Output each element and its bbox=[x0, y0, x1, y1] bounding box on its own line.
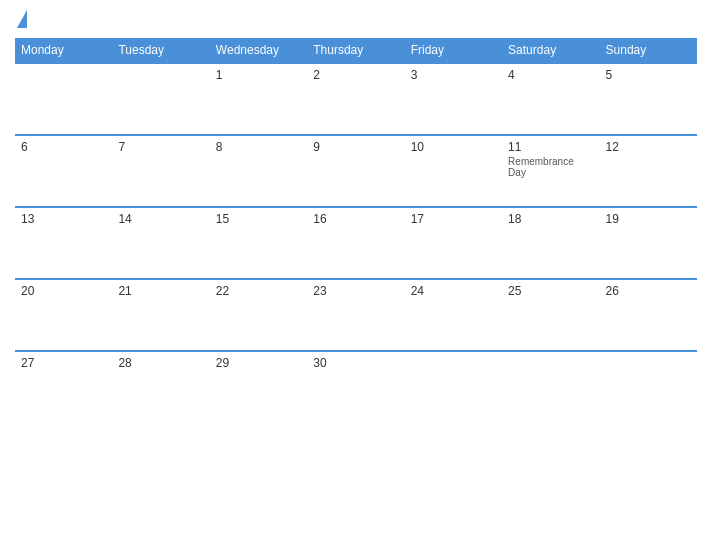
calendar-cell: 22 bbox=[210, 279, 307, 351]
calendar-cell: 16 bbox=[307, 207, 404, 279]
calendar-cell: 15 bbox=[210, 207, 307, 279]
weekday-thursday: Thursday bbox=[307, 38, 404, 63]
day-number: 3 bbox=[411, 68, 496, 82]
day-number: 8 bbox=[216, 140, 301, 154]
calendar-week-row: 13141516171819 bbox=[15, 207, 697, 279]
day-number: 27 bbox=[21, 356, 106, 370]
day-number: 20 bbox=[21, 284, 106, 298]
calendar-cell: 1 bbox=[210, 63, 307, 135]
day-number: 1 bbox=[216, 68, 301, 82]
calendar-cell: 3 bbox=[405, 63, 502, 135]
day-number: 5 bbox=[606, 68, 691, 82]
calendar-cell: 14 bbox=[112, 207, 209, 279]
weekday-header-row: MondayTuesdayWednesdayThursdayFridaySatu… bbox=[15, 38, 697, 63]
calendar-cell: 6 bbox=[15, 135, 112, 207]
calendar-week-row: 12345 bbox=[15, 63, 697, 135]
calendar-table: MondayTuesdayWednesdayThursdayFridaySatu… bbox=[15, 38, 697, 423]
calendar-header bbox=[15, 10, 697, 30]
day-number: 16 bbox=[313, 212, 398, 226]
calendar-cell: 18 bbox=[502, 207, 599, 279]
calendar-cell: 25 bbox=[502, 279, 599, 351]
calendar-body: 1234567891011Remembrance Day121314151617… bbox=[15, 63, 697, 423]
calendar-cell: 8 bbox=[210, 135, 307, 207]
day-number: 18 bbox=[508, 212, 593, 226]
calendar-cell bbox=[405, 351, 502, 423]
calendar-cell: 13 bbox=[15, 207, 112, 279]
calendar-cell: 12 bbox=[600, 135, 697, 207]
weekday-tuesday: Tuesday bbox=[112, 38, 209, 63]
weekday-friday: Friday bbox=[405, 38, 502, 63]
day-number: 30 bbox=[313, 356, 398, 370]
day-number: 12 bbox=[606, 140, 691, 154]
calendar-week-row: 20212223242526 bbox=[15, 279, 697, 351]
weekday-saturday: Saturday bbox=[502, 38, 599, 63]
calendar-cell: 9 bbox=[307, 135, 404, 207]
calendar-cell bbox=[112, 63, 209, 135]
day-number: 22 bbox=[216, 284, 301, 298]
calendar-week-row: 67891011Remembrance Day12 bbox=[15, 135, 697, 207]
day-number: 13 bbox=[21, 212, 106, 226]
day-number: 28 bbox=[118, 356, 203, 370]
weekday-monday: Monday bbox=[15, 38, 112, 63]
calendar-header-row: MondayTuesdayWednesdayThursdayFridaySatu… bbox=[15, 38, 697, 63]
calendar-container: MondayTuesdayWednesdayThursdayFridaySatu… bbox=[0, 0, 712, 550]
logo-triangle-icon bbox=[17, 10, 27, 28]
weekday-wednesday: Wednesday bbox=[210, 38, 307, 63]
day-number: 24 bbox=[411, 284, 496, 298]
logo bbox=[15, 10, 27, 30]
calendar-cell: 10 bbox=[405, 135, 502, 207]
day-number: 21 bbox=[118, 284, 203, 298]
calendar-cell bbox=[600, 351, 697, 423]
calendar-cell: 20 bbox=[15, 279, 112, 351]
calendar-cell: 23 bbox=[307, 279, 404, 351]
calendar-cell: 2 bbox=[307, 63, 404, 135]
day-number: 26 bbox=[606, 284, 691, 298]
calendar-cell: 7 bbox=[112, 135, 209, 207]
holiday-label: Remembrance Day bbox=[508, 156, 593, 178]
calendar-cell bbox=[15, 63, 112, 135]
calendar-cell: 4 bbox=[502, 63, 599, 135]
day-number: 25 bbox=[508, 284, 593, 298]
day-number: 17 bbox=[411, 212, 496, 226]
calendar-cell: 19 bbox=[600, 207, 697, 279]
calendar-cell: 24 bbox=[405, 279, 502, 351]
weekday-sunday: Sunday bbox=[600, 38, 697, 63]
calendar-cell: 17 bbox=[405, 207, 502, 279]
calendar-cell: 11Remembrance Day bbox=[502, 135, 599, 207]
calendar-cell: 21 bbox=[112, 279, 209, 351]
day-number: 6 bbox=[21, 140, 106, 154]
calendar-cell: 26 bbox=[600, 279, 697, 351]
day-number: 19 bbox=[606, 212, 691, 226]
calendar-cell: 5 bbox=[600, 63, 697, 135]
day-number: 9 bbox=[313, 140, 398, 154]
calendar-cell: 27 bbox=[15, 351, 112, 423]
day-number: 7 bbox=[118, 140, 203, 154]
calendar-week-row: 27282930 bbox=[15, 351, 697, 423]
day-number: 4 bbox=[508, 68, 593, 82]
day-number: 23 bbox=[313, 284, 398, 298]
calendar-cell: 30 bbox=[307, 351, 404, 423]
calendar-cell: 29 bbox=[210, 351, 307, 423]
calendar-cell: 28 bbox=[112, 351, 209, 423]
day-number: 15 bbox=[216, 212, 301, 226]
day-number: 29 bbox=[216, 356, 301, 370]
day-number: 10 bbox=[411, 140, 496, 154]
day-number: 14 bbox=[118, 212, 203, 226]
day-number: 11 bbox=[508, 140, 593, 154]
day-number: 2 bbox=[313, 68, 398, 82]
calendar-cell bbox=[502, 351, 599, 423]
